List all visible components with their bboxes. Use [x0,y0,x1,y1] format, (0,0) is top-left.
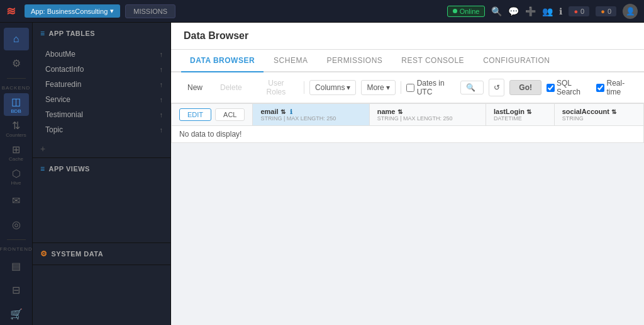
add-icon-small: + [40,144,45,154]
sort-icon-name: ⇅ [397,108,402,115]
cache-icon: ⊞ [12,144,20,156]
search-box: 🔍 [460,81,484,94]
refresh-button[interactable]: ↺ [489,79,504,96]
bdb-icon: ◫ [11,96,21,108]
table-item-featuredin[interactable]: Featuredin ↑ [33,77,170,92]
name-column-header[interactable]: name ⇅ STRING | MAX LENGTH: 250 [369,104,486,126]
toolbar: New Delete User Roles Columns ▾ More ▾ D… [171,72,644,103]
add-table-bar[interactable]: + [33,140,170,157]
table-item-testimonial[interactable]: Testimonial ↑ [33,107,170,122]
sql-search-checkbox[interactable] [547,84,555,92]
api-icon: ◎ [12,219,21,231]
sidebar-item-mail[interactable]: ✉ [4,189,29,212]
sidebar-item-api[interactable]: ◎ [4,213,29,236]
email-column-header[interactable]: email ⇅ ℹ STRING | MAX LENGTH: 250 [253,104,369,126]
app-selector[interactable]: App: BusinessConsulting ▾ [25,4,120,18]
add-icon[interactable]: ➕ [525,6,536,16]
acl-button[interactable]: ACL [215,108,245,121]
realtime-checkbox[interactable] [596,84,604,92]
app-views-header[interactable]: ≡ APP VIEWS [33,158,170,180]
social-account-column-header[interactable]: socialAccount ⇅ STRING [554,104,643,126]
no-data-row: No data to display! [172,126,644,143]
sidebar-item-settings[interactable]: ⚙ [4,52,29,74]
sidebar-item-pages[interactable]: ▤ [4,254,29,277]
views-icon: ≡ [40,164,45,173]
missions-button[interactable]: MISSIONS [125,4,175,18]
sidebar-item-cache[interactable]: ⊞ Cache [4,141,29,164]
system-icon: ⚙ [40,249,48,258]
tabs-bar: DATA BROWSER SCHEMA PERMISSIONS REST CON… [171,50,644,72]
online-label: Online [460,8,480,15]
top-nav: ≋ App: BusinessConsulting ▾ MISSIONS Onl… [0,0,644,23]
forms-icon: ⊟ [12,284,20,296]
upload-icon: ↑ [160,50,164,58]
upload-icon-4: ↑ [160,96,164,103]
app-tables-label: APP TABLES [49,30,96,37]
system-data-header[interactable]: ⚙ SYSTEM DATA [33,243,170,265]
frontend-label: FRONTEND [0,244,33,253]
shop-icon: 🛒 [10,308,23,320]
avatar[interactable]: 👤 [623,4,638,19]
sidebar-item-forms[interactable]: ⊟ [4,278,29,301]
realtime-label[interactable]: Real-time [596,79,634,96]
credit-badge-1: ● 0 [569,6,589,16]
table-item-contactinfo[interactable]: ContactInfo ↑ [33,62,170,77]
dates-utc-checkbox[interactable] [406,84,414,92]
new-button[interactable]: New [181,81,209,94]
upload-icon-6: ↑ [160,126,164,134]
main-content: Data Browser DATA BROWSER SCHEMA PERMISS… [171,23,644,325]
settings-icon: ⚙ [12,57,21,69]
left-panel: ≡ APP TABLES AboutMe ↑ ContactInfo ↑ Fea… [33,23,171,325]
logo-icon: ≋ [6,4,16,18]
sidebar-item-hive[interactable]: ⬡ Hive [4,165,29,188]
app-tables-header[interactable]: ≡ APP TABLES [33,23,170,44]
info-icon-email[interactable]: ℹ [290,108,292,115]
sort-icon-lastlogin: ⇅ [526,108,531,115]
sidebar-item-shop[interactable]: 🛒 [4,302,29,325]
app-tables-icon: ≡ [40,29,45,38]
data-table: EDIT ACL email ⇅ ℹ STRING | MAX LENGTH: … [171,103,644,143]
delete-button[interactable]: Delete [214,81,248,94]
app-name: App: BusinessConsulting [31,8,108,15]
sort-icon-social: ⇅ [611,108,616,115]
chat-icon[interactable]: 💬 [508,6,519,16]
sidebar-item-home[interactable]: ⌂ [4,28,29,50]
credit-value-2: 0 [608,8,611,15]
user-roles-button[interactable]: User Roles [253,76,299,99]
dates-utc-label[interactable]: Dates in UTC [406,79,456,96]
tab-configuration[interactable]: CONFIGURATION [474,50,558,72]
search-icon[interactable]: 🔍 [491,6,502,16]
sidebar-item-counters[interactable]: ⇅ Counters [4,117,29,140]
table-item-topic[interactable]: Topic ↑ [33,122,170,137]
sql-search-label[interactable]: SQL Search [547,79,592,96]
online-dot [453,9,457,13]
tab-permissions[interactable]: PERMISSIONS [318,50,391,72]
tab-schema[interactable]: SCHEMA [265,50,316,72]
chevron-down-icon: ▾ [110,7,114,15]
refresh-icon: ↺ [494,83,500,92]
hive-icon: ⬡ [12,168,21,180]
search-icon-toolbar: 🔍 [466,83,475,92]
home-icon: ⌂ [13,33,19,45]
credit-value-1: 0 [580,8,584,15]
edit-button[interactable]: EDIT [179,108,211,121]
backend-label: BACKEND [2,83,31,92]
tab-rest-console[interactable]: REST CONSOLE [392,50,473,72]
credit-badge-2: ● 0 [596,6,616,16]
system-data-section: ⚙ SYSTEM DATA [33,243,170,265]
sort-icon-email: ⇅ [280,108,286,115]
info-icon[interactable]: ℹ [559,6,562,16]
pages-icon: ▤ [11,260,21,272]
table-item-service[interactable]: Service ↑ [33,92,170,107]
tab-data-browser[interactable]: DATA BROWSER [181,50,264,72]
icon-sidebar: ⌂ ⚙ BACKEND ◫ BDB ⇅ Counters ⊞ Cache ⬡ H… [0,23,33,325]
columns-button[interactable]: Columns ▾ [309,80,356,95]
table-item-aboutme[interactable]: AboutMe ↑ [33,47,170,62]
more-button[interactable]: More ▾ [361,80,395,95]
app-views-section: ≡ APP VIEWS [33,158,170,243]
upload-icon-3: ↑ [160,81,164,88]
go-button[interactable]: Go! [509,80,541,95]
community-icon[interactable]: 👥 [542,6,553,16]
sidebar-item-bdb[interactable]: ◫ BDB [4,93,29,116]
last-login-column-header[interactable]: lastLogin ⇅ DATETIME [486,104,555,126]
